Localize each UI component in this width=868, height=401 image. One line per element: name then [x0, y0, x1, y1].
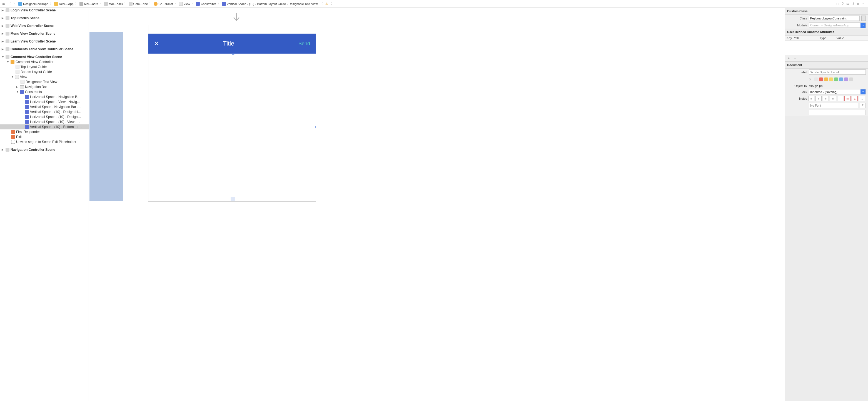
- disclosure-triangle-icon[interactable]: ▼: [16, 91, 19, 93]
- disclosure-triangle-icon[interactable]: ▼: [11, 75, 14, 78]
- color-swatch[interactable]: [829, 77, 833, 81]
- font-picker-button[interactable]: T: [860, 103, 866, 108]
- disclosure-triangle-icon[interactable]: ▼: [2, 56, 4, 58]
- outline-exit[interactable]: Exit: [0, 134, 89, 139]
- clear-color-icon[interactable]: ✕: [809, 78, 811, 81]
- warning-icon[interactable]: ⚠: [324, 2, 329, 5]
- outline-unwind-segue[interactable]: Unwind segue to Scene Exit Placeholder: [0, 139, 89, 144]
- constraint-marker-icon[interactable]: ⊢: [148, 125, 151, 129]
- color-swatch[interactable]: [844, 77, 848, 81]
- color-swatch[interactable]: [824, 77, 828, 81]
- outline-label: Vertical Space - Navigation Bar -…: [30, 105, 82, 109]
- column-keypath[interactable]: Key Path: [785, 36, 818, 40]
- disclosure-triangle-icon[interactable]: ▶: [2, 16, 4, 20]
- quickhelp-inspector-icon[interactable]: ?: [842, 2, 843, 5]
- connections-inspector-icon[interactable]: →: [862, 2, 865, 5]
- send-button[interactable]: Send: [299, 41, 310, 47]
- breadcrumb-item[interactable]: Mai…oard: [79, 2, 99, 6]
- disclosure-triangle-icon[interactable]: ▶: [2, 32, 4, 35]
- color-swatch[interactable]: [814, 77, 818, 81]
- attributes-inspector-icon[interactable]: ⇩: [852, 2, 855, 5]
- text-color-button[interactable]: ▭: [844, 96, 850, 101]
- navigation-bar[interactable]: ✕ Title Send: [148, 34, 316, 54]
- close-icon[interactable]: ✕: [154, 40, 159, 47]
- outline-scene-expanded[interactable]: ▼Comment View Controller Scene: [0, 55, 89, 60]
- module-select[interactable]: Current – DesignerNewsApp ▾: [809, 23, 866, 28]
- align-left-button[interactable]: ≡: [808, 96, 814, 101]
- breadcrumb-item[interactable]: Mai…ase): [103, 2, 123, 6]
- outline-constraint-item[interactable]: Horizontal Space - (10) - View -…: [0, 120, 89, 125]
- outline-label: Top Stories Scene: [10, 16, 39, 20]
- breadcrumb-item[interactable]: DesignerNewsApp: [18, 2, 49, 6]
- constraint-marker-icon[interactable]: ⊣: [313, 125, 316, 129]
- class-stepper[interactable]: [861, 15, 866, 21]
- disclosure-triangle-icon[interactable]: ▶: [2, 48, 4, 51]
- color-swatch[interactable]: [834, 77, 838, 81]
- identity-inspector-icon[interactable]: ▤: [846, 2, 849, 5]
- outline-viewcontroller[interactable]: ▼Comment View Controller: [0, 60, 89, 64]
- outline-scene[interactable]: ▶Navigation Controller Scene: [0, 147, 89, 152]
- outline-constraint-item[interactable]: Vertical Space - Navigation Bar -…: [0, 104, 89, 109]
- outline-view[interactable]: ▼View: [0, 74, 89, 79]
- breadcrumb-item[interactable]: Vertical Space - (10) - Bottom Layout Gu…: [221, 2, 318, 6]
- jump-forward-button[interactable]: 〉: [330, 2, 335, 6]
- lock-select[interactable]: Inherited - (Nothing) ▾: [809, 89, 866, 94]
- outline-navbar[interactable]: ▶Navigation Bar: [0, 85, 89, 90]
- outline-constraint-item[interactable]: Horizontal Space - View - Navig…: [0, 99, 89, 104]
- outline-layout-guide[interactable]: Bottom Layout Guide: [0, 69, 89, 74]
- outline-scene[interactable]: ▶Comments Table View Controller Scene: [0, 47, 89, 52]
- outline-scene[interactable]: ▶Menu View Controller Scene: [0, 31, 89, 36]
- column-type[interactable]: Type: [818, 36, 835, 40]
- text-style-button[interactable]: a: [851, 96, 858, 101]
- breadcrumb-item[interactable]: Constraints: [195, 2, 217, 6]
- remove-button[interactable]: －: [794, 56, 797, 60]
- size-inspector-icon[interactable]: ▯: [857, 2, 859, 5]
- disclosure-triangle-icon[interactable]: ▼: [7, 61, 9, 63]
- disclosure-triangle-icon[interactable]: ▶: [2, 25, 4, 27]
- breadcrumb-item[interactable]: Desi…App: [54, 2, 74, 6]
- outline-constraint-item[interactable]: Vertical Space - (10) - Designabl…: [0, 109, 89, 114]
- file-inspector-icon[interactable]: ▢: [836, 2, 839, 5]
- add-button[interactable]: ＋: [787, 56, 790, 60]
- interface-builder-canvas[interactable]: ✕ Title Send ⊥ ⊢ ⊣ ⊤: [89, 8, 785, 401]
- notes-input[interactable]: [809, 110, 866, 115]
- chevron-right-icon: 〉: [149, 2, 153, 6]
- color-swatch[interactable]: [849, 77, 853, 81]
- outline-constraint-item-selected[interactable]: Vertical Space - (10) - Bottom La…: [0, 125, 89, 129]
- outline-scene[interactable]: ▶Login View Controller Scene: [0, 8, 89, 13]
- outline-constraint-item[interactable]: Horizontal Space - Navigation B…: [0, 94, 89, 99]
- class-input[interactable]: [809, 15, 860, 21]
- disclosure-triangle-icon[interactable]: ▶: [2, 148, 4, 151]
- outline-scene[interactable]: ▶Learn View Controller Scene: [0, 39, 89, 44]
- color-swatch[interactable]: [839, 77, 843, 81]
- label-input[interactable]: [809, 69, 866, 75]
- breadcrumb-item[interactable]: Com…ene: [128, 2, 149, 6]
- align-center-button[interactable]: ≡: [815, 96, 822, 101]
- more-button[interactable]: …: [859, 96, 865, 101]
- related-items-icon[interactable]: ▦: [1, 2, 6, 5]
- runtime-attributes-table[interactable]: [785, 41, 868, 55]
- outline-layout-guide[interactable]: Top Layout Guide: [0, 64, 89, 69]
- back-button[interactable]: 〈: [7, 2, 12, 6]
- constraint-marker-icon[interactable]: ⊥: [231, 52, 235, 56]
- disclosure-triangle-icon[interactable]: ▶: [16, 86, 19, 88]
- font-input[interactable]: [809, 103, 858, 108]
- outline-scene[interactable]: ▶Web View Controller Scene: [0, 23, 89, 28]
- outline-constraint-item[interactable]: Horizontal Space - (10) - Design…: [0, 114, 89, 120]
- disclosure-triangle-icon[interactable]: ▶: [2, 40, 4, 43]
- outline-scene[interactable]: ▶Top Stories Scene: [0, 15, 89, 21]
- disclosure-triangle-icon[interactable]: ▶: [2, 9, 4, 12]
- color-swatch[interactable]: [819, 77, 823, 81]
- align-justify-button[interactable]: ≡: [830, 96, 836, 101]
- constraint-marker-selected-icon[interactable]: ⊤: [230, 197, 235, 201]
- column-value[interactable]: Value: [835, 36, 868, 40]
- align-right-button[interactable]: ≡: [823, 96, 829, 101]
- breadcrumb-item[interactable]: Co…troller: [153, 2, 174, 6]
- object-id-row: Object ID cxS-gz-poI: [785, 83, 868, 88]
- breadcrumb-item[interactable]: View: [178, 2, 191, 6]
- outline-constraints[interactable]: ▼Constraints: [0, 90, 89, 94]
- outline-first-responder[interactable]: First Responder: [0, 129, 89, 134]
- jump-back-button[interactable]: 〈: [319, 2, 324, 6]
- outline-textview[interactable]: Designable Text View: [0, 79, 89, 85]
- forward-button[interactable]: 〉: [12, 2, 17, 6]
